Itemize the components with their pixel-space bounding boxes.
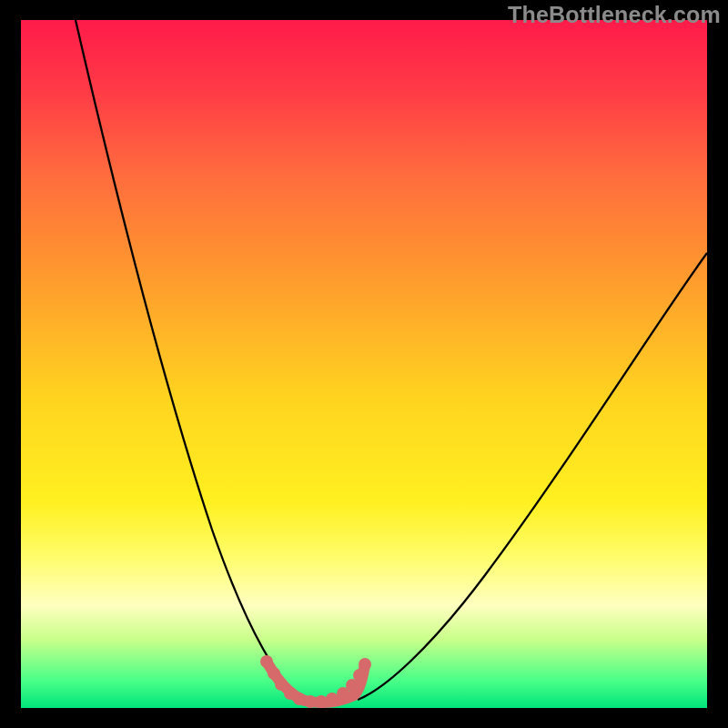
- left-curve-line: [76, 20, 303, 700]
- svg-point-10: [353, 669, 366, 682]
- svg-point-1: [268, 667, 280, 680]
- svg-point-6: [315, 695, 328, 708]
- svg-point-5: [304, 695, 317, 708]
- chart-plot-area: [21, 20, 707, 708]
- svg-point-11: [359, 658, 371, 671]
- watermark-text: TheBottleneck.com: [508, 2, 721, 28]
- svg-point-7: [326, 693, 339, 705]
- right-curve-line: [358, 253, 707, 700]
- svg-point-0: [260, 655, 273, 668]
- svg-point-2: [275, 678, 288, 691]
- svg-point-4: [293, 693, 306, 705]
- chart-svg: [21, 20, 707, 708]
